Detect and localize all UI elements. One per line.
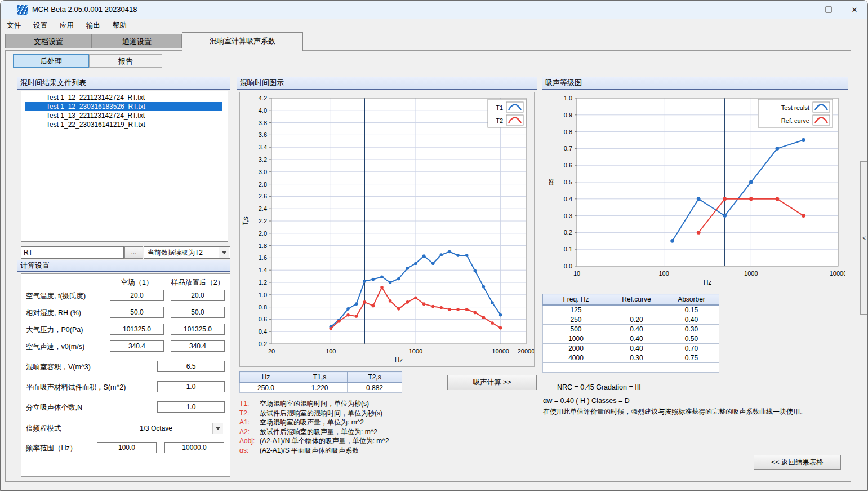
svg-text:Ref. curve: Ref. curve — [781, 117, 809, 124]
table-cell: 0.40 — [609, 334, 664, 344]
rt-chart-panel-title: 混响时间图示 — [237, 77, 537, 90]
table-cell: 4000 — [543, 353, 609, 363]
table-cell: 0.40 — [609, 325, 664, 334]
note-line: A2:放试件后混响室的吸声量，单位为: m^2 — [239, 427, 538, 436]
svg-text:Hz: Hz — [395, 356, 403, 364]
svg-text:2.6: 2.6 — [259, 193, 267, 200]
app-window: MCR Beta 2.05.0.001 20230418 ✕ 文件设置应用输出帮… — [0, 0, 868, 491]
calc-input-with-sample[interactable] — [171, 290, 225, 301]
rt-name-input[interactable] — [21, 246, 124, 259]
return-results-button[interactable]: << 返回结果表格 — [754, 455, 841, 470]
svg-text:2.4: 2.4 — [259, 205, 267, 212]
menu-item-1[interactable]: 设置 — [27, 19, 54, 32]
calc-row-label: 混响室容积，V(m^3) — [26, 362, 91, 372]
svg-text:10000: 10000 — [492, 348, 509, 355]
alpha-w-result-text: αw = 0.40 ( H ) Classes = D — [543, 397, 630, 405]
note-key: A1: — [239, 418, 257, 427]
file-list-item[interactable]: Test 1_13_221123142724_RT.txt — [25, 111, 222, 120]
subtab-1[interactable]: 报告 — [89, 54, 162, 68]
table-cell: 250.0 — [240, 382, 292, 393]
file-name: Test 1_12_230316183526_RT.txt — [46, 103, 145, 110]
calc-input-with-sample[interactable] — [171, 340, 225, 352]
calc-input-empty-room[interactable] — [110, 307, 164, 318]
calc-input-with-sample[interactable] — [171, 324, 225, 335]
svg-text:0.1: 0.1 — [564, 246, 572, 253]
minimize-button[interactable] — [790, 1, 816, 19]
svg-text:20: 20 — [268, 348, 275, 355]
file-list-item[interactable]: Test 1_22_230316141219_RT.txt — [25, 120, 222, 129]
freq-range-low-input[interactable] — [97, 442, 157, 453]
minimize-icon — [800, 10, 806, 10]
svg-text:T1: T1 — [496, 104, 503, 111]
calc-input-empty-room[interactable] — [110, 324, 164, 335]
file-list-item[interactable]: Test 1_12_230316183526_RT.txt — [25, 102, 222, 111]
calc-input-single[interactable] — [157, 401, 225, 413]
calc-row-label: 相对湿度, RH (%) — [26, 308, 81, 318]
svg-text:0.3: 0.3 — [564, 213, 572, 219]
tab-0[interactable]: 文档设置 — [5, 34, 92, 48]
rating-table: Freq. HzRef.curveAbsorber1250.152500.200… — [542, 294, 719, 373]
note-text: 空场混响室的吸声量，单位为: m^2 — [260, 418, 364, 426]
menu-item-3[interactable]: 输出 — [80, 19, 106, 32]
table-cell: 0.75 — [664, 353, 719, 363]
table-cell: 0.40 — [664, 315, 719, 325]
absorption-calc-button[interactable]: 吸声计算 >> — [447, 375, 537, 390]
octave-mode-label: 倍频程模式 — [26, 424, 61, 434]
data-source-select[interactable]: 当前数据读取为T2 — [144, 246, 230, 259]
svg-text:αs: αs — [547, 179, 555, 186]
file-name: Test 1_22_230316141219_RT.txt — [46, 121, 145, 129]
maximize-icon — [825, 6, 832, 13]
calc-settings-group: 空场（1） 样品放置后（2） 倍频程模式 1/3 Octave 频率范围（Hz）… — [21, 273, 230, 477]
table-cell: 0.882 — [348, 382, 402, 393]
calc-input-empty-room[interactable] — [110, 340, 164, 352]
menu-item-4[interactable]: 帮助 — [106, 19, 133, 32]
maximize-button[interactable] — [816, 1, 842, 19]
tree-branch-icon — [29, 116, 43, 116]
svg-text:100: 100 — [658, 270, 669, 277]
chevron-down-icon — [219, 247, 229, 258]
collapse-panel-handle[interactable]: < — [860, 161, 868, 315]
note-text: 空场混响室的混响时间，单位为秒(s) — [260, 400, 369, 408]
svg-text:2.0: 2.0 — [259, 230, 267, 237]
app-icon — [17, 5, 28, 15]
table-cell: 0.20 — [609, 315, 664, 325]
rating-chart-panel-title: 吸声等级图 — [542, 77, 848, 90]
freq-range-high-input[interactable] — [164, 442, 224, 453]
tab-1[interactable]: 通道设置 — [92, 34, 182, 48]
file-name: Test 1_12_221123142724_RT.txt — [46, 94, 145, 101]
menu-item-2[interactable]: 应用 — [54, 19, 80, 32]
calc-input-empty-room[interactable] — [110, 290, 164, 301]
browse-button[interactable]: ... — [124, 246, 143, 259]
file-list-item[interactable]: Test 1_12_221123142724_RT.txt — [25, 93, 222, 102]
rt-file-list[interactable]: Test 1_12_221123142724_RT.txtTest 1_12_2… — [21, 91, 228, 242]
svg-text:0.6: 0.6 — [564, 162, 572, 169]
svg-text:1.0: 1.0 — [259, 291, 267, 298]
octave-mode-select[interactable]: 1/3 Octave — [97, 422, 224, 435]
title-bar: MCR Beta 2.05.0.001 20230418 ✕ — [1, 1, 867, 19]
table-cell: 250 — [543, 315, 609, 325]
calc-row-label: 平面吸声材料试件面积，S(m^2) — [26, 383, 126, 392]
subtab-0[interactable]: 后处理 — [13, 54, 89, 68]
svg-text:4.2: 4.2 — [259, 95, 267, 101]
tab-2[interactable]: 混响室计算吸声系数 — [182, 32, 303, 51]
calc-settings-panel-title: 计算设置 — [17, 260, 230, 272]
note-text: 放试件后混响室的混响时间，单位为秒(s) — [260, 409, 382, 417]
close-button[interactable]: ✕ — [842, 1, 867, 19]
note-key: αs: — [239, 446, 257, 455]
calc-input-single[interactable] — [157, 381, 225, 392]
note-line: Aobj:(A2-A1)/N 单个物体的吸声量，单位为: m^2 — [239, 436, 538, 445]
rt-chart-svg: 0.20.40.60.81.01.21.41.61.82.02.22.42.62… — [240, 92, 534, 366]
calc-input-single[interactable] — [157, 361, 225, 372]
table-cell: 1000 — [543, 334, 609, 344]
table-cell: 0.50 — [664, 334, 719, 344]
svg-text:3.8: 3.8 — [259, 120, 267, 126]
svg-text:1000: 1000 — [744, 270, 758, 277]
menu-item-0[interactable]: 文件 — [1, 19, 27, 32]
rating-chart-svg: 0.00.10.20.30.40.50.60.70.80.91.01010010… — [545, 92, 845, 285]
svg-text:0.2: 0.2 — [259, 340, 267, 347]
table-cell: 0.15 — [664, 305, 719, 315]
cursor-readout-table: Hz T1,s T2,s 250.0 1.220 0.882 — [239, 371, 402, 393]
svg-text:Test reulst: Test reulst — [781, 104, 809, 111]
svg-text:0.4: 0.4 — [259, 328, 267, 335]
calc-input-with-sample[interactable] — [171, 307, 225, 318]
